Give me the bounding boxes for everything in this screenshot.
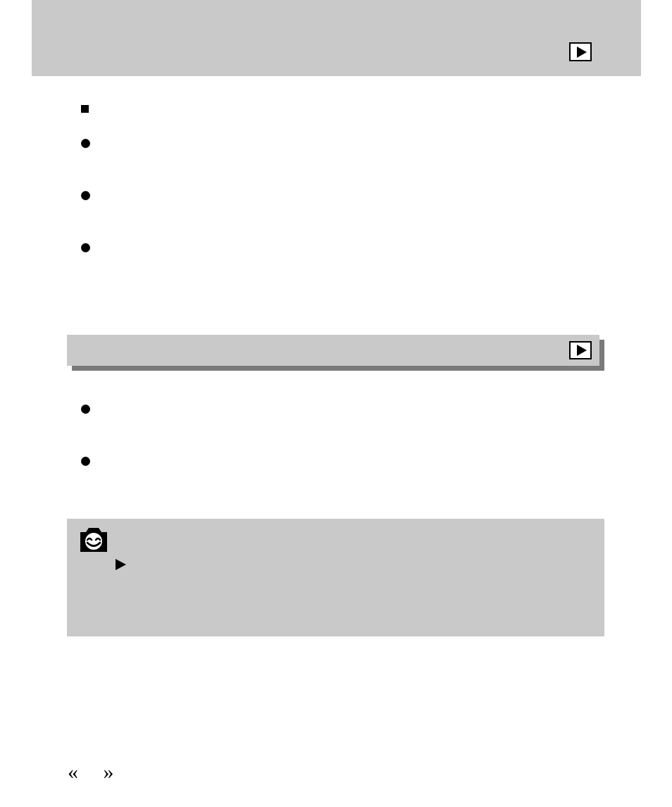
play-icon-small <box>116 559 126 570</box>
camera-smile-icon <box>77 525 110 553</box>
list-item <box>81 137 90 148</box>
play-button-mid[interactable] <box>569 341 592 359</box>
bullet-icon <box>81 139 90 148</box>
list-item <box>81 403 90 414</box>
play-button-top[interactable] <box>569 42 592 61</box>
list-item <box>81 103 89 113</box>
bullet-icon <box>81 191 90 200</box>
bullet-icon <box>81 457 90 466</box>
list-item <box>81 242 90 252</box>
svg-point-0 <box>85 533 102 550</box>
list-item <box>81 455 90 466</box>
tip-box <box>67 519 604 636</box>
mid-banner <box>67 335 599 366</box>
bullet-icon <box>81 243 90 252</box>
top-banner <box>32 0 641 76</box>
square-bullet-icon <box>81 105 89 113</box>
footer-text: « » <box>68 760 124 784</box>
list-item <box>81 190 90 200</box>
play-icon <box>577 345 587 356</box>
bullet-icon <box>81 405 90 414</box>
play-icon <box>577 47 587 58</box>
